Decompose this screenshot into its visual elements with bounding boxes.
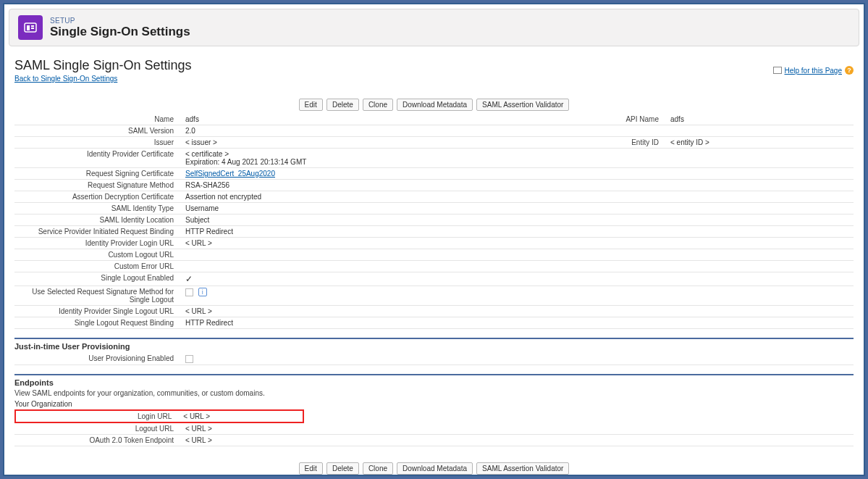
download-metadata-button[interactable]: Download Metadata <box>397 462 473 475</box>
login-url-value: < URL > <box>179 410 303 422</box>
settings-table: Name adfs API Name adfs SAML Version 2.0… <box>14 114 854 329</box>
setup-breadcrumb: SETUP <box>50 17 190 25</box>
page-title: Single Sign-On Settings <box>50 25 190 39</box>
field-label: Request Signing Certificate <box>14 168 181 180</box>
button-row-top: Edit Delete Clone Download Metadata SAML… <box>14 99 854 111</box>
field-label: Single Logout Enabled <box>14 272 181 286</box>
field-label: Name <box>14 114 181 125</box>
field-value: < certificate > Expiration: 4 Aug 2021 2… <box>181 149 557 168</box>
checkbox-unchecked <box>185 355 193 363</box>
help-link[interactable]: Help for this Page <box>785 67 843 75</box>
field-value: < URL > <box>181 434 557 446</box>
field-value: Username <box>181 203 557 214</box>
jit-heading: Just-in-time User Provisioning <box>14 342 854 351</box>
checkmark-icon: ✓ <box>185 274 193 284</box>
field-value: Subject <box>181 214 557 226</box>
field-value <box>181 261 557 272</box>
field-value: RSA-SHA256 <box>181 180 557 191</box>
field-label: Service Provider Initiated Request Bindi… <box>14 226 181 238</box>
saml-validator-button[interactable]: SAML Assertion Validator <box>476 99 569 111</box>
field-label: SAML Identity Type <box>14 203 181 214</box>
svg-rect-2 <box>31 25 34 27</box>
field-label: Single Logout Request Binding <box>14 317 181 329</box>
delete-button[interactable]: Delete <box>326 462 359 475</box>
your-org-heading: Your Organization <box>14 400 854 408</box>
field-label: Request Signature Method <box>14 180 181 191</box>
field-value: < issuer > <box>181 137 557 149</box>
svg-rect-3 <box>31 28 34 29</box>
field-label: Issuer <box>14 137 181 149</box>
field-label: Identity Provider Single Logout URL <box>14 306 181 317</box>
field-value: Assertion not encrypted <box>181 191 557 203</box>
field-value: adfs <box>666 114 854 125</box>
endpoints-heading: Endpoints <box>14 378 854 387</box>
clone-button[interactable]: Clone <box>363 462 393 475</box>
field-value: adfs <box>181 114 557 125</box>
saml-validator-button[interactable]: SAML Assertion Validator <box>476 462 569 475</box>
field-label: Custom Error URL <box>14 261 181 272</box>
button-row-bottom: Edit Delete Clone Download Metadata SAML… <box>14 462 854 475</box>
info-icon[interactable]: i <box>198 288 207 296</box>
download-metadata-button[interactable]: Download Metadata <box>397 99 473 111</box>
field-label: SAML Identity Location <box>14 214 181 226</box>
back-link[interactable]: Back to Single Sign-On Settings <box>14 75 117 83</box>
field-label: Use Selected Request Signature Method fo… <box>14 286 181 306</box>
clone-button[interactable]: Clone <box>363 99 393 111</box>
field-value <box>181 249 557 261</box>
field-label: Logout URL <box>14 423 181 435</box>
page-header: SETUP Single Sign-On Settings <box>9 9 859 46</box>
edit-button[interactable]: Edit <box>299 99 323 111</box>
section-title: SAML Single Sign-On Settings <box>14 58 191 73</box>
field-value: < entity ID > <box>666 137 854 149</box>
field-value: < URL > <box>181 238 557 249</box>
setup-icon <box>18 15 43 40</box>
request-signing-cert-link[interactable]: SelfSignedCert_25Aug2020 <box>185 170 275 178</box>
svg-rect-1 <box>27 25 30 30</box>
field-value: 2.0 <box>181 125 557 137</box>
login-url-label: Login URL <box>15 410 179 422</box>
field-label: User Provisioning Enabled <box>14 353 181 365</box>
field-value: HTTP Redirect <box>181 226 557 238</box>
field-label: Entity ID <box>557 137 666 149</box>
field-value: HTTP Redirect <box>181 317 557 329</box>
field-label: Custom Logout URL <box>14 249 181 261</box>
printer-icon <box>773 67 782 74</box>
edit-button[interactable]: Edit <box>299 462 323 475</box>
field-label: Assertion Decryption Certificate <box>14 191 181 203</box>
field-label: Identity Provider Login URL <box>14 238 181 249</box>
help-icon[interactable]: ? <box>845 66 854 75</box>
field-label: OAuth 2.0 Token Endpoint <box>14 434 181 446</box>
field-value: < URL > <box>181 306 557 317</box>
field-value: < URL > <box>181 423 557 435</box>
delete-button[interactable]: Delete <box>326 99 359 111</box>
endpoints-description: View SAML endpoints for your organizatio… <box>14 389 854 397</box>
field-label: API Name <box>557 114 666 125</box>
field-label: SAML Version <box>14 125 181 137</box>
svg-rect-0 <box>25 23 36 32</box>
checkbox-unchecked <box>185 288 193 296</box>
field-label: Identity Provider Certificate <box>14 149 181 168</box>
